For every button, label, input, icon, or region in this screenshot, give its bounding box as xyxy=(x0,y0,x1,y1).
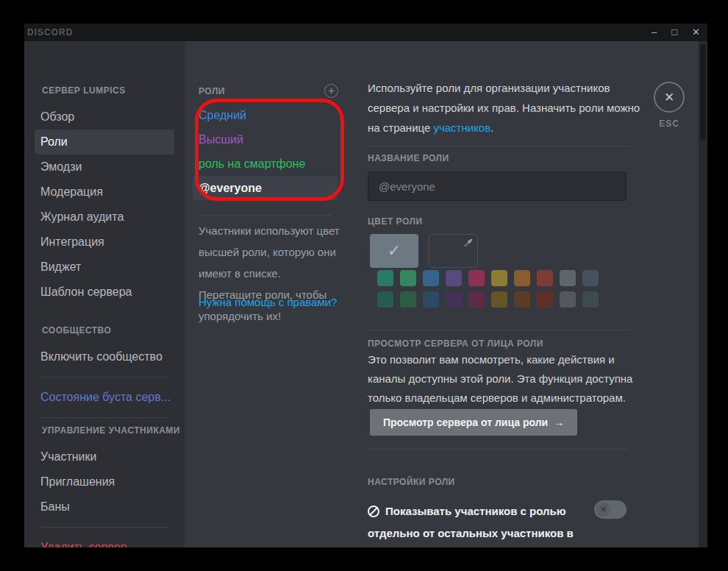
color-swatch[interactable] xyxy=(582,291,599,308)
role-item-smartphone[interactable]: роль на смартфоне xyxy=(193,152,338,176)
window-controls: – □ ✕ xyxy=(652,24,707,41)
color-swatch[interactable] xyxy=(537,291,553,308)
sidebar-header-server: СЕРВЕР LUMPICS xyxy=(42,85,185,96)
role-item-sredniy[interactable]: Средний xyxy=(193,103,338,127)
role-name-label: НАЗВАНИЕ РОЛИ xyxy=(368,153,449,163)
color-swatch[interactable] xyxy=(560,270,576,286)
editor-divider xyxy=(368,146,629,146)
sidebar-item-moderation[interactable]: Модерация xyxy=(35,180,174,205)
app-logo: DISCORD xyxy=(24,27,73,38)
discord-window: DISCORD – □ ✕ СЕРВЕР LUMPICS Обзор Роли … xyxy=(24,24,707,547)
roles-intro-text: Используйте роли для организации участни… xyxy=(368,78,643,138)
color-swatch[interactable] xyxy=(468,270,485,286)
hoist-setting-label: Показывать участников с ролью отдельно о… xyxy=(368,500,588,547)
sidebar-item-audit-log[interactable]: Журнал аудита xyxy=(35,205,174,230)
sidebar-item-integrations[interactable]: Интеграция xyxy=(35,230,174,255)
sidebar-item-roles[interactable]: Роли xyxy=(35,130,174,155)
minimize-icon[interactable]: – xyxy=(652,24,657,41)
settings-sidebar: СЕРВЕР LUMPICS Обзор Роли Эмодзи Модерац… xyxy=(24,41,185,547)
role-item-vysshiy[interactable]: Высший xyxy=(193,127,338,152)
sidebar-item-enable-community[interactable]: Включить сообщество xyxy=(35,344,174,369)
color-swatch-row-1 xyxy=(377,270,599,286)
hoist-setting-row: Показывать участников с ролью отдельно о… xyxy=(368,500,629,547)
scrollbar-thumb[interactable] xyxy=(700,44,706,140)
view-server-as-role-button[interactable]: Просмотр сервера от лица роли→ xyxy=(370,409,577,436)
members-page-link[interactable]: участников xyxy=(433,121,490,134)
color-swatch[interactable] xyxy=(491,270,507,286)
esc-label: ESC xyxy=(638,118,700,129)
custom-color-swatch[interactable] xyxy=(429,234,478,268)
color-swatch[interactable] xyxy=(514,291,530,308)
close-icon[interactable]: ✕ xyxy=(654,82,685,113)
arrow-right-icon: → xyxy=(554,416,564,428)
roles-help-link[interactable]: Нужна помощь с правами? xyxy=(199,296,337,308)
check-icon: ✓ xyxy=(388,241,401,260)
color-swatch[interactable] xyxy=(560,291,576,308)
add-role-icon[interactable]: + xyxy=(324,84,338,98)
color-swatch[interactable] xyxy=(446,270,462,286)
roles-column-divider xyxy=(199,215,332,216)
color-swatch[interactable] xyxy=(423,291,439,308)
sidebar-item-invites[interactable]: Приглашения xyxy=(35,469,174,494)
roles-help-text: Участники используют цвет высшей роли, к… xyxy=(199,220,344,327)
sidebar-item-server-template[interactable]: Шаблон сервера xyxy=(35,280,174,305)
color-swatch[interactable] xyxy=(377,291,393,308)
eyedropper-icon xyxy=(463,238,474,249)
sidebar-item-bans[interactable]: Баны xyxy=(35,494,174,519)
sidebar-divider xyxy=(40,417,168,418)
maximize-icon[interactable]: □ xyxy=(671,24,677,41)
role-color-label: ЦВЕТ РОЛИ xyxy=(368,216,423,227)
title-bar: DISCORD – □ ✕ xyxy=(24,24,707,41)
roles-list-header: РОЛИ + xyxy=(199,84,338,98)
toggle-off-icon: ✕ xyxy=(596,503,610,517)
hoist-toggle[interactable]: ✕ xyxy=(594,500,627,519)
sidebar-divider xyxy=(40,527,168,528)
sidebar-item-boost-status[interactable]: Состояние буста серв... xyxy=(35,385,174,410)
close-window-icon[interactable]: ✕ xyxy=(692,24,700,41)
color-swatch[interactable] xyxy=(582,270,599,286)
color-swatch[interactable] xyxy=(468,291,485,308)
no-entry-icon xyxy=(368,506,379,517)
view-as-role-text: Это позволит вам посмотреть, какие дейст… xyxy=(368,350,638,408)
color-swatch[interactable] xyxy=(400,270,416,286)
roles-header-label: РОЛИ xyxy=(199,86,225,96)
sidebar-divider xyxy=(40,377,168,377)
color-swatch[interactable] xyxy=(377,270,393,286)
editor-divider xyxy=(368,449,629,450)
sidebar-item-members[interactable]: Участники xyxy=(35,444,174,469)
sidebar-item-widget[interactable]: Виджет xyxy=(35,255,174,280)
default-color-swatch[interactable]: ✓ xyxy=(370,234,418,268)
color-swatch[interactable] xyxy=(400,291,416,308)
sidebar-item-emoji[interactable]: Эмодзи xyxy=(35,155,174,180)
role-settings-label: НАСТРОЙКИ РОЛИ xyxy=(368,477,455,487)
scrollbar-track[interactable] xyxy=(699,41,707,547)
editor-divider xyxy=(368,330,629,330)
roles-settings-main: РОЛИ + Средний Высший роль на смартфоне … xyxy=(185,41,699,547)
sidebar-item-delete-server[interactable]: Удалить сервер xyxy=(35,535,174,547)
sidebar-item-overview[interactable]: Обзор xyxy=(35,104,174,130)
color-swatch[interactable] xyxy=(537,270,553,286)
color-swatch[interactable] xyxy=(423,270,439,286)
color-swatch[interactable] xyxy=(491,291,507,308)
color-swatch-row-2 xyxy=(377,291,599,308)
color-swatch[interactable] xyxy=(514,270,530,286)
esc-close-area: ✕ ESC xyxy=(638,82,700,129)
sidebar-header-community: СООБЩЕСТВО xyxy=(42,325,185,336)
role-item-everyone[interactable]: @everyone xyxy=(193,176,338,200)
view-as-role-label: ПРОСМОТР СЕРВЕРА ОТ ЛИЦА РОЛИ xyxy=(368,338,543,349)
sidebar-header-member-management: УПРАВЛЕНИЕ УЧАСТНИКАМИ xyxy=(42,425,185,436)
roles-list: Средний Высший роль на смартфоне @everyo… xyxy=(193,103,338,200)
role-name-input[interactable] xyxy=(368,171,627,201)
color-swatch[interactable] xyxy=(446,291,462,308)
